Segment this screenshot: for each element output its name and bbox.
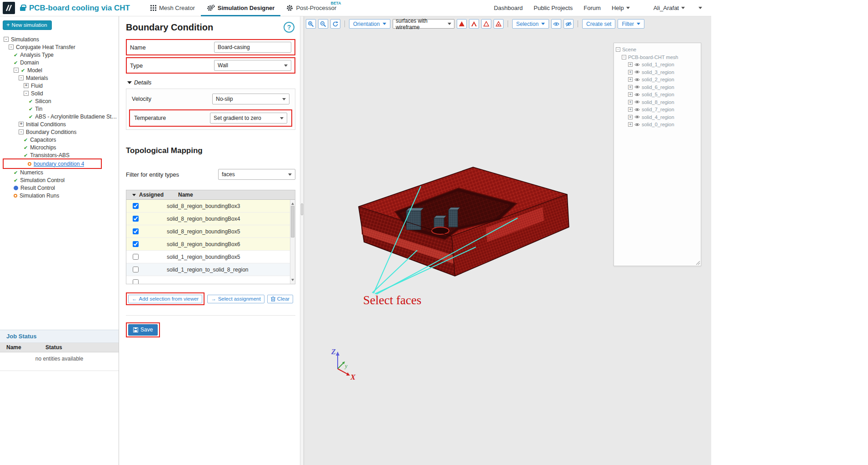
tree-item[interactable]: Result Control — [0, 184, 119, 192]
select-assignment-button[interactable]: → Select assignment — [207, 295, 264, 303]
scene-solid-item[interactable]: +solid_3_region — [616, 69, 699, 76]
table-row[interactable]: solid_1_region_to_solid_8_region — [126, 263, 295, 276]
table-row[interactable]: solid_8_region_boundingBox6 — [126, 238, 295, 251]
orientation-button[interactable]: Orientation — [349, 19, 390, 29]
tree-item[interactable]: Microchips — [0, 143, 119, 151]
internal-components[interactable] — [406, 208, 460, 232]
eye-icon[interactable] — [634, 78, 640, 82]
collapse-icon[interactable]: - — [622, 55, 626, 59]
zoom-out-button[interactable] — [318, 19, 328, 29]
eye-icon[interactable] — [634, 93, 640, 97]
panel-scrollbar[interactable] — [300, 16, 304, 465]
mesh-tool-button-1[interactable] — [457, 19, 467, 29]
scene-solid-item[interactable]: +solid_7_region — [616, 106, 699, 114]
assignment-checkbox[interactable] — [133, 216, 139, 222]
assignment-checkbox[interactable] — [133, 228, 139, 234]
scroll-down-icon[interactable] — [291, 279, 294, 282]
expand-icon[interactable]: + — [628, 115, 633, 119]
table-row[interactable]: solid_8_region_boundingBox3 — [126, 200, 295, 213]
tree-item[interactable]: Domain — [0, 59, 119, 66]
assignment-checkbox[interactable] — [133, 254, 139, 260]
tree-item[interactable]: -Conjugate Heat Transfer — [0, 43, 119, 51]
tree-item[interactable]: Analysis Type — [0, 51, 119, 59]
details-section-header[interactable]: Details — [127, 79, 295, 86]
assignment-table-header[interactable]: Assigned Name — [126, 190, 295, 200]
type-select[interactable]: Wall — [214, 60, 291, 71]
collapse-icon[interactable]: - — [24, 91, 29, 96]
tree-item[interactable]: -Simulations — [0, 35, 119, 43]
assignment-checkbox[interactable] — [133, 279, 139, 284]
scene-solid-item[interactable]: +solid_4_region — [616, 114, 699, 121]
link-dashboard[interactable]: Dashboard — [494, 5, 523, 11]
user-menu[interactable]: Ali_Arafat — [653, 5, 685, 11]
create-set-button[interactable]: Create set — [582, 19, 615, 29]
viewer-3d[interactable]: Select faces Z y X — [304, 16, 711, 465]
resize-grip-icon[interactable] — [696, 261, 700, 265]
zoom-in-button[interactable] — [306, 19, 316, 29]
clear-button[interactable]: Clear — [267, 295, 293, 303]
assignment-checkbox[interactable] — [133, 241, 139, 247]
render-mode-select[interactable]: surfaces with wireframe — [393, 19, 454, 29]
scene-solid-item[interactable]: +solid_6_region — [616, 84, 699, 91]
tree-item[interactable]: Transistors-ABS — [0, 151, 119, 159]
hide-button[interactable] — [564, 19, 574, 29]
eye-icon[interactable] — [634, 115, 640, 119]
tree-item[interactable]: +Fluid — [0, 82, 119, 89]
tree-item[interactable]: +Initial Conditions — [0, 120, 119, 128]
scene-solid-item[interactable]: +solid_8_region — [616, 99, 699, 106]
board-edge[interactable] — [361, 226, 454, 264]
save-button[interactable]: Save — [128, 324, 158, 336]
mesh-tool-button-4[interactable] — [494, 19, 504, 29]
collapse-icon[interactable]: - — [9, 45, 14, 49]
tree-item[interactable]: Tin — [0, 105, 119, 113]
vent-face[interactable] — [486, 207, 544, 242]
add-selection-button[interactable]: ← Add selection from viewer — [128, 295, 202, 303]
assignment-checkbox[interactable] — [133, 203, 139, 209]
tree-item[interactable]: -Solid — [0, 89, 119, 97]
tree-item[interactable]: boundary condition 4 — [4, 160, 100, 168]
tree-item[interactable]: -Boundary Conditions — [0, 128, 119, 136]
scene-mesh-item[interactable]: - PCB-board-CHT mesh — [616, 54, 699, 61]
table-row[interactable]: solid_8_region_boundingBox4 — [126, 213, 295, 225]
tab-simulation-designer[interactable]: Simulation Designer — [201, 0, 281, 16]
link-forum[interactable]: Forum — [584, 5, 601, 11]
collapse-icon[interactable]: - — [4, 37, 9, 42]
assignment-checkbox[interactable] — [133, 267, 139, 272]
tree-item[interactable]: Simulation Control — [0, 176, 119, 184]
expand-icon[interactable]: + — [628, 107, 633, 112]
pcb-mesh-model[interactable] — [359, 167, 569, 276]
scrollbar-thumb[interactable] — [291, 206, 294, 237]
table-scrollbar[interactable] — [290, 200, 295, 284]
scene-root-item[interactable]: - Scene — [616, 46, 699, 54]
expand-icon[interactable]: + — [24, 83, 29, 88]
expand-icon[interactable]: + — [628, 62, 633, 67]
scroll-up-icon[interactable] — [291, 201, 294, 205]
eye-icon[interactable] — [634, 70, 640, 74]
table-row[interactable]: solid_1_region_boundingBox5 — [126, 251, 295, 263]
tree-item[interactable]: Capacitors — [0, 136, 119, 143]
tree-item[interactable]: Silicon — [0, 97, 119, 105]
temperature-select[interactable]: Set gradient to zero — [210, 113, 287, 124]
panel-resize-handle[interactable] — [301, 203, 303, 215]
expand-icon[interactable]: + — [628, 77, 633, 82]
collapse-icon[interactable]: - — [616, 47, 620, 52]
mesh-tool-button-3[interactable] — [481, 19, 491, 29]
selection-button[interactable]: Selection — [512, 19, 549, 29]
link-public-projects[interactable]: Public Projects — [534, 5, 573, 11]
tab-post-processor[interactable]: Post-Processor BETA — [280, 0, 342, 16]
new-simulation-button[interactable]: + New simulation — [3, 20, 52, 30]
tree-item[interactable]: Numerics — [0, 168, 119, 176]
expand-icon[interactable]: + — [628, 70, 633, 74]
show-button[interactable] — [551, 19, 561, 29]
eye-icon[interactable] — [634, 63, 640, 67]
expand-icon[interactable]: + — [19, 122, 24, 127]
scene-solid-item[interactable]: +solid_0_region — [616, 121, 699, 129]
table-row[interactable] — [126, 276, 295, 284]
entity-filter-select[interactable]: faces — [218, 169, 295, 180]
collapse-icon[interactable]: - — [14, 68, 19, 73]
casing-opening[interactable] — [395, 188, 517, 240]
collapse-icon[interactable]: - — [19, 75, 24, 80]
table-row[interactable]: solid_8_region_boundingBox5 — [126, 225, 295, 238]
eye-icon[interactable] — [634, 85, 640, 89]
expand-icon[interactable]: + — [628, 92, 633, 97]
